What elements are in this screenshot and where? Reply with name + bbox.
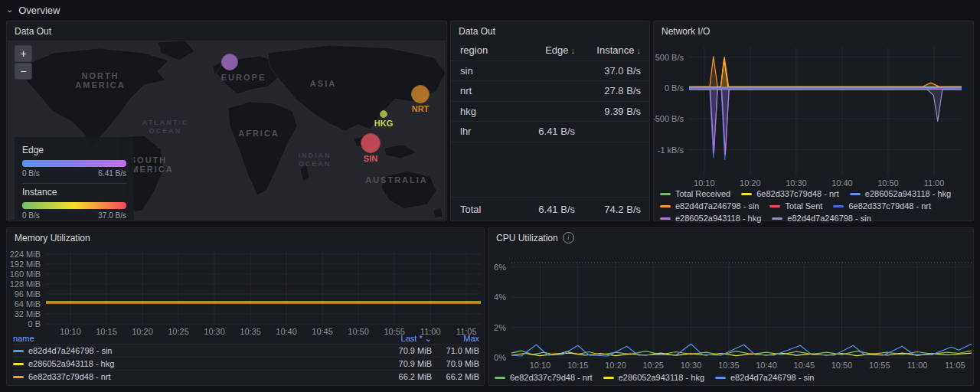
map-marker-sin[interactable] xyxy=(361,133,381,153)
map-marker[interactable] xyxy=(221,54,238,70)
panel-title[interactable]: Network I/O xyxy=(654,21,973,41)
network-io-chart[interactable]: 10:1010:2010:3010:4010:5011:00500 B/s0 B… xyxy=(654,41,973,188)
legend-label: e82d4d7a246798 - sin xyxy=(675,201,759,211)
geomap[interactable]: NORTHAMERICASOUTHAMERICAEUROPEASIAAFRICA… xyxy=(8,41,446,220)
x-tick-label: 10:30 xyxy=(786,178,807,188)
x-tick-label: 10:15 xyxy=(567,361,589,370)
map-marker-hkg[interactable] xyxy=(380,110,387,118)
table-cell: 6.41 B/s xyxy=(520,126,575,137)
legend-item[interactable]: 6e82d337c79d48 - nrt xyxy=(495,373,593,383)
max-value: 70.9 MiB xyxy=(432,359,479,368)
panel-title[interactable]: Data Out xyxy=(7,21,446,41)
instance-max: 37.0 B/s xyxy=(98,211,126,220)
y-tick-label: 64 MiB xyxy=(15,299,41,309)
legend-item[interactable]: e82d4d7a246798 - sin xyxy=(660,201,759,211)
legend-swatch xyxy=(772,217,782,220)
column-header[interactable]: Instance↓ xyxy=(575,44,641,56)
cpu-legend: 6e82d337c79d48 - nrte286052a943118 - hkg… xyxy=(495,373,970,383)
legend-swatch xyxy=(660,193,671,195)
legend-table-row[interactable]: e82d4d7a246798 - sin70.9 MiB71.0 MiB xyxy=(13,344,479,357)
y-tick-label: 224 MiB xyxy=(10,250,41,259)
map-marker-label: NRT xyxy=(412,104,430,113)
table-cell: 6.41 B/s xyxy=(520,204,575,215)
legend-swatch xyxy=(660,217,671,220)
table-cell: sin xyxy=(460,65,520,77)
series-line xyxy=(689,57,962,87)
y-tick-label: 500 B/s xyxy=(655,53,684,62)
map-zoom-in-button[interactable]: + xyxy=(15,45,32,62)
instance-gradient-bar xyxy=(22,202,126,209)
edge-max: 6.41 B/s xyxy=(98,169,126,178)
legend-swatch xyxy=(495,377,505,379)
y-tick-label: 0 B/s xyxy=(665,83,684,93)
last-value: 66.2 MiB xyxy=(381,372,432,381)
max-value: 71.0 MiB xyxy=(432,346,479,355)
series-name: e286052a943118 - hkg xyxy=(28,359,114,368)
legend-header-max[interactable]: Max xyxy=(432,334,479,343)
panel-title[interactable]: Memory Utilization xyxy=(7,228,484,247)
y-tick-label: 0% xyxy=(494,353,506,362)
legend-item[interactable]: 6e82d337c79d48 - nrt xyxy=(833,201,931,211)
memory-legend-table: nameLast * ⌄Maxe82d4d7a246798 - sin70.9 … xyxy=(13,333,479,383)
legend-table-row[interactable]: 6e82d337c79d48 - nrt66.2 MiB66.2 MiB xyxy=(13,370,479,383)
legend-label: e286052a943118 - hkg xyxy=(619,373,704,383)
panel-memory-utilization: Memory Utilization 10:1010:1510:2010:251… xyxy=(6,227,485,386)
table-row: nrt27.8 B/s xyxy=(451,81,649,102)
map-marker-label: HKG xyxy=(374,119,393,128)
legend-label: e82d4d7a246798 - sin xyxy=(730,373,814,383)
legend-table-row[interactable]: e286052a943118 - hkg70.9 MiB70.9 MiB xyxy=(13,357,479,370)
memory-chart[interactable]: 10:1010:1510:2010:2510:3010:3510:4010:45… xyxy=(7,247,484,338)
legend-swatch xyxy=(13,376,24,378)
y-tick-label: 96 MiB xyxy=(15,289,41,299)
x-tick-label: 10:20 xyxy=(605,361,626,370)
last-value: 70.9 MiB xyxy=(381,346,432,355)
legend-item[interactable]: e286052a943118 - hkg xyxy=(603,373,704,383)
table-cell: hkg xyxy=(460,106,520,117)
x-tick-label: 10:30 xyxy=(681,361,702,370)
x-tick-label: 10:35 xyxy=(718,361,740,370)
y-tick-label: 128 MiB xyxy=(10,279,41,289)
series-line xyxy=(689,59,962,87)
legend-item[interactable]: 6e82d337c79d48 - nrt xyxy=(741,189,839,199)
table-header-row: regionEdge↓Instance↓ xyxy=(451,41,649,61)
cpu-chart[interactable]: 10:1010:1510:2010:2510:3010:3510:4010:45… xyxy=(488,247,973,371)
legend-item[interactable]: e82d4d7a246798 - sin xyxy=(715,373,814,383)
instance-min: 0 B/s xyxy=(22,211,40,220)
panel-title[interactable]: CPU Utilization i xyxy=(488,228,973,247)
x-tick-label: 10:25 xyxy=(642,361,664,370)
table-cell: 37.0 B/s xyxy=(575,65,641,77)
map-legend-instance: Instance 0 B/s 37.0 B/s xyxy=(22,184,126,220)
y-tick-label: 32 MiB xyxy=(15,309,41,318)
table-cell: 74.2 B/s xyxy=(575,204,641,215)
y-tick-label: 4% xyxy=(494,292,506,302)
map-legend: Edge 0 B/s 6.41 B/s Instance 0 B/s 37.0 … xyxy=(15,137,134,220)
legend-item[interactable]: e286052a943118 - hkg xyxy=(660,214,761,224)
chevron-down-icon: ⌄ xyxy=(6,5,13,15)
legend-header-last[interactable]: Last * ⌄ xyxy=(381,334,432,344)
x-tick-label: 10:45 xyxy=(794,361,815,370)
x-tick-label: 11:00 xyxy=(907,361,928,370)
legend-header-name[interactable]: name xyxy=(13,334,381,343)
column-header[interactable]: region xyxy=(460,44,520,56)
map-zoom-out-button[interactable]: − xyxy=(15,63,32,80)
legend-item[interactable]: Total Received xyxy=(660,189,730,199)
legend-item[interactable]: e286052a943118 - hkg xyxy=(850,189,951,199)
map-marker-nrt[interactable] xyxy=(411,85,430,103)
edge-gradient-bar xyxy=(22,160,126,167)
column-header[interactable]: Edge↓ xyxy=(520,44,575,56)
map-marker-label: SIN xyxy=(364,154,377,163)
table-cell: lhr xyxy=(460,126,520,137)
table-cell: Total xyxy=(460,204,520,215)
legend-item[interactable]: e82d4d7a246798 - sin xyxy=(772,214,871,224)
dashboard-row-overview[interactable]: ⌄ Overview xyxy=(6,0,60,20)
legend-item[interactable]: Total Sent xyxy=(769,201,822,211)
info-icon[interactable]: i xyxy=(563,232,574,243)
panel-title[interactable]: Data Out xyxy=(451,21,649,41)
x-tick-label: 11:05 xyxy=(945,361,965,370)
legend-label: e286052a943118 - hkg xyxy=(865,189,951,199)
table-row: lhr6.41 B/s xyxy=(451,122,649,142)
series-name: e82d4d7a246798 - sin xyxy=(28,346,112,355)
network-legend: Total Received6e82d337c79d48 - nrte28605… xyxy=(660,189,970,224)
y-tick-label: 160 MiB xyxy=(10,270,41,279)
legend-label: 6e82d337c79d48 - nrt xyxy=(756,189,839,199)
